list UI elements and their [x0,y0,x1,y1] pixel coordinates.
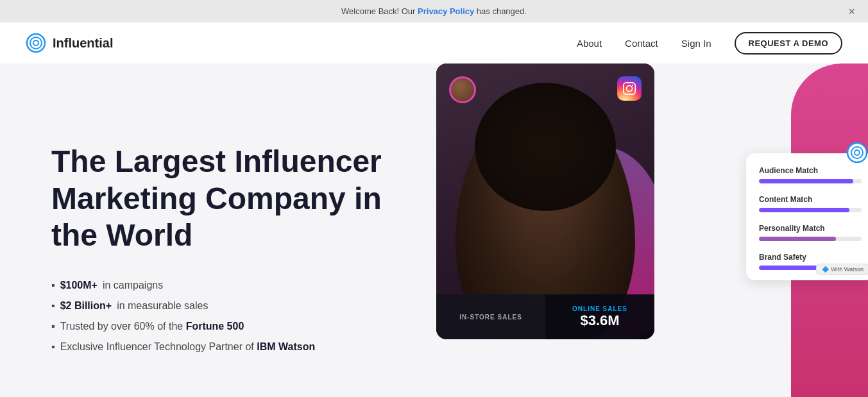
online-badge: ONLINE SALES $3.6M [545,294,654,339]
hero-section: The Largest Influencer Marketing Company… [0,63,868,397]
hero-left: The Largest Influencer Marketing Company… [0,63,436,397]
top-banner: Welcome Back! Our Privacy Policy has cha… [0,0,868,22]
bullet-4-text: Exclusive Influencer Technology Partner … [60,341,316,353]
online-label: ONLINE SALES [572,305,627,312]
instagram-icon [617,76,642,101]
svg-point-1 [30,37,42,49]
bullet-1: $100M+ in campaigns [51,280,398,291]
influencer-card: IN-STORE SALES ONLINE SALES $3.6M [436,63,654,339]
watson-icon: 🔷 [822,266,829,273]
bullet-2: $2 Billion+ in measurable sales [51,300,398,312]
logo[interactable]: Influential [26,33,113,53]
main-nav: About Contact Sign In REQUEST A DEMO [577,32,842,55]
match-panel-logo-icon [846,142,868,164]
svg-point-4 [626,85,632,91]
match-bar-fill [759,237,836,241]
match-bar-fill [759,208,849,212]
match-item: Content Match [759,195,862,212]
bullet-3-bold: Fortune 500 [186,321,244,332]
svg-point-5 [632,85,633,86]
svg-point-2 [33,40,38,46]
svg-point-6 [847,143,867,162]
match-label: Audience Match [759,166,862,175]
nav-item-contact[interactable]: Contact [625,38,658,49]
request-demo-button[interactable]: REQUEST A DEMO [735,32,843,55]
instore-label: IN-STORE SALES [459,314,522,321]
banner-text-prefix: Welcome Back! Our [341,6,418,16]
match-items: Audience Match Content Match Personality… [759,166,862,270]
nav-item-about[interactable]: About [577,38,602,49]
bullet-4-bold: IBM Watson [257,341,315,352]
close-icon[interactable]: × [848,4,855,18]
hero-right: IN-STORE SALES ONLINE SALES $3.6M Audien… [436,63,868,397]
logo-icon [26,33,46,53]
watson-badge: 🔷 With Watson [816,264,868,275]
match-bar-track [759,208,862,212]
bullet-3-text: Trusted by over 60% of the Fortune 500 [60,321,244,332]
avatar [449,76,476,103]
bullet-4: Exclusive Influencer Technology Partner … [51,341,398,353]
match-item: Audience Match [759,166,862,183]
nav-item-signin[interactable]: Sign In [681,38,711,49]
banner-text-suffix: has changed. [474,6,527,16]
match-bar-track [759,179,862,183]
bullet-1-text: in campaigns [103,280,163,291]
sales-badges: IN-STORE SALES ONLINE SALES $3.6M [436,294,654,339]
online-value: $3.6M [580,312,619,329]
bullet-3: Trusted by over 60% of the Fortune 500 [51,321,398,332]
bullet-2-bold: $2 Billion+ [60,300,112,312]
match-item: Personality Match [759,224,862,241]
match-bar-fill [759,179,853,183]
instore-badge: IN-STORE SALES [436,294,545,339]
svg-rect-3 [624,83,635,94]
match-label: Brand Safety [759,253,862,262]
watson-label: With Watson [831,266,864,273]
hair [475,83,616,211]
match-panel: Audience Match Content Match Personality… [746,153,868,280]
hero-headline: The Largest Influencer Marketing Company… [51,143,398,254]
match-bar-track [759,237,862,241]
bullet-2-text: in measurable sales [117,300,208,312]
bullet-1-bold: $100M+ [60,280,98,291]
banner-privacy-link[interactable]: Privacy Policy [418,6,474,16]
match-label: Personality Match [759,224,862,233]
match-label: Content Match [759,195,862,204]
hero-bullets: $100M+ in campaigns $2 Billion+ in measu… [51,280,398,353]
header: Influential About Contact Sign In REQUES… [0,22,868,63]
logo-text: Influential [53,36,113,51]
